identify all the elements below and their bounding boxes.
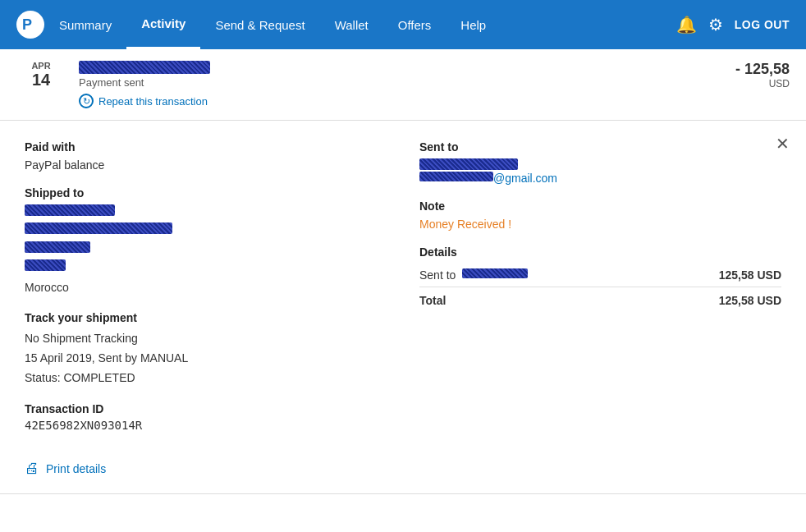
repeat-icon: ↻ [79, 94, 94, 108]
sent-to-section: Sent to @gmail.com [419, 140, 781, 185]
track-line1: No Shipment Tracking [25, 329, 387, 349]
note-label: Note [419, 200, 781, 213]
detail-grid: Paid with PayPal balance Shipped to [25, 140, 781, 477]
track-title: Track your shipment [25, 311, 387, 324]
transaction-name [79, 61, 735, 75]
print-row: 🖨 Print details [25, 452, 387, 477]
paid-with-label: Paid with [25, 140, 387, 154]
details-total-row: Total 125,58 USD [419, 287, 781, 314]
repeat-transaction-link[interactable]: ↻ Repeat this transaction [79, 94, 735, 108]
paid-with-section: Paid with PayPal balance [25, 140, 387, 172]
details-sent-to-redacted [462, 268, 528, 278]
shipped-to-label: Shipped to [25, 186, 387, 200]
note-section: Note Money Received ! [419, 200, 781, 231]
nav-item-summary[interactable]: Summary [44, 0, 126, 49]
sent-to-email-prefix-redacted [419, 172, 493, 181]
svg-text:P: P [22, 16, 32, 33]
date-month: APR [16, 61, 66, 71]
detail-left-col: Paid with PayPal balance Shipped to [25, 140, 387, 477]
sent-to-name [419, 158, 781, 172]
printer-icon: 🖨 [25, 460, 39, 477]
nav-item-offers[interactable]: Offers [383, 0, 447, 49]
main-nav: Summary Activity Send & Request Wallet O… [44, 0, 676, 49]
shipped-to-section: Shipped to M [25, 186, 387, 296]
close-button[interactable]: ✕ [776, 134, 790, 154]
shipped-to-address1 [25, 222, 387, 241]
shipped-address2-redacted [25, 241, 90, 253]
logout-button[interactable]: LOG OUT [735, 18, 790, 31]
details-sent-to-amount: 125,58 USD [719, 268, 781, 282]
header-right: 🔔 ⚙ LOG OUT [676, 15, 790, 34]
details-sent-to-label: Sent to [419, 268, 528, 282]
recipient-name-redacted [79, 61, 210, 74]
track-shipment-section: Track your shipment No Shipment Tracking… [25, 311, 387, 388]
detail-right-col: Sent to @gmail.com Note Money Received ! [419, 140, 781, 477]
settings-icon[interactable]: ⚙ [708, 15, 723, 34]
nav-item-help[interactable]: Help [446, 0, 501, 49]
details-table-section: Details Sent to 125,58 USD Total 125 [419, 245, 781, 314]
nav-item-activity[interactable]: Activity [126, 0, 200, 49]
detail-panel: ✕ Paid with PayPal balance Shipped to [0, 121, 806, 494]
shipped-name-redacted [25, 204, 115, 216]
track-status: Status: COMPLETED [25, 369, 387, 388]
sent-to-label: Sent to [419, 140, 781, 154]
shipped-address1-redacted [25, 222, 172, 234]
note-value: Money Received ! [419, 218, 781, 231]
nav-item-send-request[interactable]: Send & Request [200, 0, 319, 49]
amount-currency: USD [735, 78, 790, 89]
transaction-info: Payment sent ↻ Repeat this transaction [79, 61, 735, 120]
nav-item-wallet[interactable]: Wallet [320, 0, 383, 49]
payment-status: Payment sent [79, 76, 735, 89]
repeat-label: Repeat this transaction [98, 95, 208, 108]
txn-id-value: 42E56982XN093014R [25, 419, 387, 432]
txn-id-label: Transaction ID [25, 402, 387, 415]
shipped-to-name [25, 204, 387, 222]
shipped-to-address3 [25, 259, 387, 277]
shipped-to-address2 [25, 241, 387, 259]
paid-with-value: PayPal balance [25, 158, 387, 172]
total-label: Total [419, 294, 446, 307]
amount-block: - 125,58 USD [735, 61, 790, 89]
transaction-date: APR 14 [16, 61, 66, 89]
print-link[interactable]: Print details [46, 462, 106, 475]
date-day: 14 [16, 71, 66, 89]
shipped-address3-redacted [25, 259, 66, 271]
sent-to-email: @gmail.com [419, 172, 781, 185]
transaction-row: APR 14 Payment sent ↻ Repeat this transa… [0, 49, 806, 121]
details-table: Sent to 125,58 USD Total 125,58 USD [419, 264, 781, 314]
total-amount: 125,58 USD [719, 294, 781, 307]
details-sent-to-row: Sent to 125,58 USD [419, 264, 781, 287]
main-content: APR 14 Payment sent ↻ Repeat this transa… [0, 49, 806, 494]
track-line2: 15 April 2019, Sent by MANUAL [25, 349, 387, 369]
details-label: Details [419, 245, 781, 259]
sent-to-name-redacted [419, 158, 518, 170]
header: P Summary Activity Send & Request Wallet… [0, 0, 806, 49]
sent-to-email-domain: @gmail.com [493, 172, 557, 185]
notifications-icon[interactable]: 🔔 [676, 15, 697, 34]
paypal-logo: P [16, 11, 44, 39]
transaction-id-section: Transaction ID 42E56982XN093014R [25, 402, 387, 432]
shipped-to-country: Morocco [25, 278, 387, 296]
amount-value: - 125,58 [735, 61, 790, 78]
